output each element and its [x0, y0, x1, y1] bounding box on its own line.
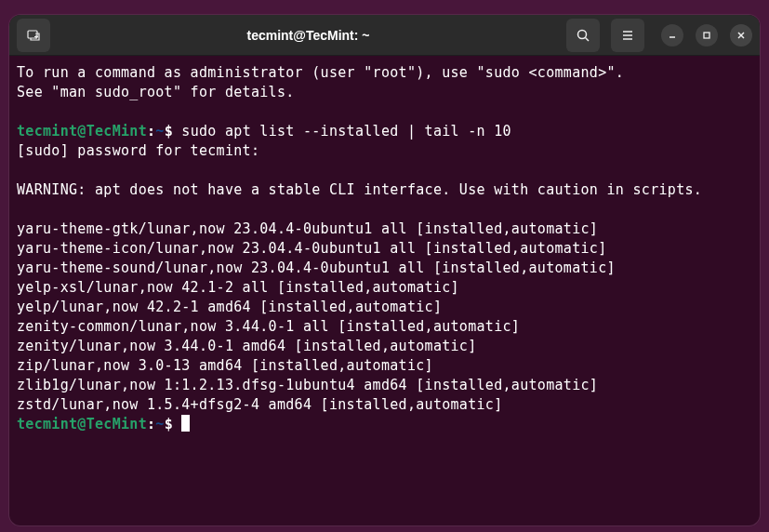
prompt-path: ~ — [155, 123, 164, 140]
titlebar-left — [17, 19, 50, 52]
close-icon — [736, 31, 746, 40]
terminal-line: WARNING: apt does not have a stable CLI … — [17, 180, 752, 200]
new-tab-icon — [26, 28, 41, 43]
svg-point-1 — [578, 30, 587, 38]
prompt-dollar: $ — [165, 416, 173, 432]
terminal-line: yaru-theme-gtk/lunar,now 23.04.4-0ubuntu… — [17, 219, 752, 239]
minimize-icon — [668, 31, 677, 40]
terminal-line: To run a command as administrator (user … — [17, 63, 752, 83]
prompt-colon: : — [147, 416, 155, 432]
terminal-line: yaru-theme-sound/lunar,now 23.04.4-0ubun… — [17, 259, 752, 278]
titlebar: tecmint@TecMint: ~ — [9, 15, 760, 56]
menu-button[interactable] — [611, 19, 644, 52]
terminal-line — [17, 200, 752, 219]
svg-line-2 — [586, 37, 590, 41]
close-button[interactable] — [730, 24, 752, 47]
terminal-line: yelp-xsl/lunar,now 42.1-2 all [installed… — [17, 278, 752, 298]
terminal-line — [17, 102, 752, 122]
terminal-line — [17, 161, 752, 180]
terminal-line: See "man sudo_root" for details. — [17, 83, 752, 102]
window-title: tecmint@TecMint: ~ — [50, 28, 566, 43]
terminal-line: zlib1g/lunar,now 1:1.2.13.dfsg-1ubuntu4 … — [17, 376, 752, 395]
terminal-line: yaru-theme-icon/lunar,now 23.04.4-0ubunt… — [17, 239, 752, 259]
prompt-colon: : — [147, 123, 155, 140]
prompt-dollar: $ — [165, 123, 173, 140]
search-icon — [576, 28, 590, 43]
terminal-prompt-line: tecmint@TecMint:~$ sudo apt list --insta… — [17, 122, 752, 141]
search-button[interactable] — [566, 19, 600, 52]
hamburger-icon — [620, 28, 635, 43]
terminal-line: zip/lunar,now 3.0-13 amd64 [installed,au… — [17, 356, 752, 376]
cursor — [181, 415, 190, 432]
prompt-user-host: tecmint@TecMint — [17, 416, 147, 432]
terminal-line: yelp/lunar,now 42.2-1 amd64 [installed,a… — [17, 298, 752, 317]
terminal-window: tecmint@TecMint: ~ — [9, 15, 760, 525]
prompt-user-host: tecmint@TecMint — [17, 123, 147, 140]
maximize-icon — [702, 31, 711, 40]
window-controls — [661, 24, 752, 47]
terminal-line: zenity-common/lunar,now 3.44.0-1 all [in… — [17, 317, 752, 337]
terminal-prompt-line: tecmint@TecMint:~$ — [17, 415, 752, 434]
prompt-path: ~ — [155, 416, 164, 432]
command-text: sudo apt list --installed | tail -n 10 — [173, 123, 511, 140]
svg-rect-7 — [704, 33, 709, 38]
titlebar-right — [566, 19, 752, 52]
maximize-button[interactable] — [696, 24, 718, 47]
minimize-button[interactable] — [661, 24, 683, 47]
new-tab-button[interactable] — [17, 19, 50, 52]
terminal-line: zstd/lunar,now 1.5.4+dfsg2-4 amd64 [inst… — [17, 395, 752, 415]
terminal-body[interactable]: To run a command as administrator (user … — [9, 56, 760, 442]
terminal-line: [sudo] password for tecmint: — [17, 141, 752, 161]
terminal-line: zenity/lunar,now 3.44.0-1 amd64 [install… — [17, 337, 752, 356]
